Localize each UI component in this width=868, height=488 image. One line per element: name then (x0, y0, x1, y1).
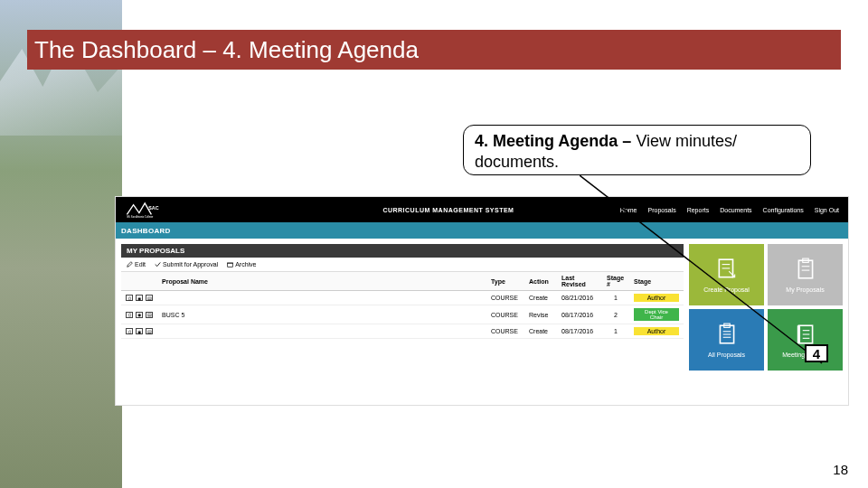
my-proposals-header: MY PROPOSALS (121, 244, 684, 258)
edit-label: Edit (135, 261, 146, 267)
archive-label: Archive (235, 261, 256, 267)
nav-proposals[interactable]: Proposals (648, 207, 676, 213)
clipboard-list-icon (715, 323, 739, 346)
table-row[interactable]: ⎙◉▤COURSECreate08/17/20161Author (121, 324, 684, 339)
dashboard-bar: DASHBOARD (116, 222, 848, 239)
tile-create-proposal[interactable]: Create Proposal (689, 244, 764, 305)
tile-label: Create Proposal (703, 286, 750, 293)
cell-stage: Author (629, 324, 684, 339)
callout-number: 4 (813, 346, 820, 361)
archive-button[interactable]: Archive (227, 261, 256, 267)
col-stage: Stage (629, 272, 684, 291)
cell-stage-num: 1 (602, 324, 629, 339)
col-revised: Last Revised (557, 272, 602, 291)
row-action-icons: ⎙◉▤ (126, 295, 153, 301)
nav-home[interactable]: Home (620, 207, 637, 213)
nav-reports[interactable]: Reports (687, 207, 710, 213)
callout-bold: 4. Meeting Agenda – (475, 132, 636, 150)
nav-signout[interactable]: Sign Out (815, 207, 839, 213)
cell-action: Create (524, 291, 557, 305)
row-action-icons: ⎙◉▤ (126, 328, 153, 334)
cell-action: Revise (524, 305, 557, 324)
cell-stage: Author (629, 291, 684, 305)
col-stage-num: Stage # (602, 272, 629, 291)
doc-icon[interactable]: ▤ (146, 312, 153, 318)
dashboard-label: DASHBOARD (121, 227, 171, 235)
table-row[interactable]: ⎙◉▤COURSECreate08/21/20161Author (121, 291, 684, 305)
slide-title: The Dashboard – 4. Meeting Agenda (34, 36, 419, 64)
brand-sub: Mt. San Antonio College (127, 215, 153, 218)
cell-type: COURSE (486, 324, 524, 339)
table-body: ⎙◉▤COURSECreate08/21/20161Author⎙◉▤BUSC … (121, 291, 684, 339)
svg-rect-2 (228, 263, 233, 267)
print-icon[interactable]: ⎙ (126, 312, 133, 318)
mtsac-logo-icon: Mt. San Antonio College SAC (125, 202, 168, 218)
slide-title-bar: The Dashboard – 4. Meeting Agenda (27, 30, 841, 70)
col-icons (121, 272, 157, 291)
nav-documents[interactable]: Documents (720, 207, 751, 213)
edit-button[interactable]: Edit (127, 261, 146, 267)
view-icon[interactable]: ◉ (136, 312, 143, 318)
tile-label: All Proposals (708, 352, 745, 358)
cell-name: BUSC 5 (157, 305, 486, 324)
col-action: Action (524, 272, 557, 291)
my-proposals-panel: MY PROPOSALS Edit Submit for Approval Ar… (121, 244, 684, 399)
view-icon[interactable]: ◉ (136, 295, 143, 301)
tile-all-proposals[interactable]: All Proposals (689, 309, 764, 371)
view-icon[interactable]: ◉ (136, 328, 143, 334)
svg-text:SAC: SAC (148, 205, 158, 211)
page-number: 18 (833, 462, 848, 477)
submit-label: Submit for Approval (163, 261, 218, 267)
proposals-table: Proposal Name Type Action Last Revised S… (121, 272, 684, 339)
callout-bubble: 4. Meeting Agenda – View minutes/ docume… (463, 125, 811, 175)
svg-rect-7 (798, 260, 812, 278)
callout-number-box: 4 (805, 344, 828, 362)
doc-icon[interactable]: ▤ (146, 295, 153, 301)
tiles-panel: Create Proposal My Proposals All Proposa… (689, 244, 843, 399)
row-action-icons: ⎙◉▤ (126, 312, 153, 318)
cell-stage: Dept Vice Chair (629, 305, 684, 324)
top-nav: Home Proposals Reports Documents Configu… (620, 207, 839, 213)
cell-action: Create (524, 324, 557, 339)
table-header-row: Proposal Name Type Action Last Revised S… (121, 272, 684, 291)
pencil-icon (127, 261, 133, 267)
clipboard-icon (794, 258, 817, 281)
cell-name (157, 324, 486, 339)
cell-stage-num: 1 (602, 291, 629, 305)
document-edit-icon (715, 258, 739, 281)
nav-configurations[interactable]: Configurations (763, 207, 804, 213)
proposals-toolbar: Edit Submit for Approval Archive (121, 258, 684, 272)
cell-date: 08/17/2016 (557, 305, 602, 324)
app-screenshot: Mt. San Antonio College SAC CURRICULUM M… (116, 197, 848, 405)
check-icon (155, 261, 161, 267)
tile-row-1: Create Proposal My Proposals (689, 244, 843, 305)
slide: The Dashboard – 4. Meeting Agenda 4. Mee… (0, 0, 868, 488)
app-header: Mt. San Antonio College SAC CURRICULUM M… (116, 197, 848, 222)
col-name: Proposal Name (157, 272, 486, 291)
cell-name (157, 291, 486, 305)
notebook-icon (794, 323, 817, 346)
cell-type: COURSE (486, 291, 524, 305)
submit-button[interactable]: Submit for Approval (155, 261, 218, 267)
app-content: MY PROPOSALS Edit Submit for Approval Ar… (116, 239, 848, 405)
cell-stage-num: 2 (602, 305, 629, 324)
system-title: CURRICULUM MANAGEMENT SYSTEM (382, 207, 514, 213)
brand-logo: Mt. San Antonio College SAC (125, 202, 168, 218)
cell-type: COURSE (486, 305, 524, 324)
tile-label: My Proposals (786, 286, 824, 293)
tile-my-proposals[interactable]: My Proposals (768, 244, 843, 305)
print-icon[interactable]: ⎙ (126, 328, 133, 334)
cell-date: 08/21/2016 (557, 291, 602, 305)
doc-icon[interactable]: ▤ (146, 328, 153, 334)
archive-icon (227, 261, 233, 267)
col-type: Type (486, 272, 524, 291)
table-row[interactable]: ⎙◉▤BUSC 5COURSERevise08/17/20162Dept Vic… (121, 305, 684, 324)
print-icon[interactable]: ⎙ (126, 295, 133, 301)
cell-date: 08/17/2016 (557, 324, 602, 339)
